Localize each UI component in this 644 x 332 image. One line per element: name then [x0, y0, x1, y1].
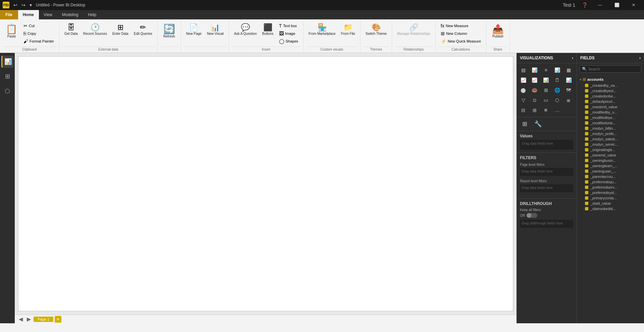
- sidebar-item-model[interactable]: ⬡: [1, 85, 13, 97]
- viz-icon-ribbon[interactable]: 🗒: [552, 75, 562, 85]
- viz-icon-100pct-bar[interactable]: ≡: [541, 65, 551, 75]
- field-item[interactable]: _owninguser_...: [577, 169, 644, 174]
- field-item[interactable]: _createdonbe...: [577, 93, 644, 99]
- report-filters-dropzone[interactable]: Drag data fields here: [520, 184, 573, 192]
- tab-help[interactable]: Help: [84, 10, 102, 19]
- viz-icon-waterfall[interactable]: 📊: [564, 75, 573, 85]
- page-nav-next[interactable]: ▶: [25, 316, 32, 322]
- viz-icon-pie[interactable]: 🍩: [530, 85, 539, 95]
- help-icon[interactable]: ❓: [580, 2, 590, 8]
- text-box-button[interactable]: T Text box: [277, 22, 301, 29]
- fields-search-box[interactable]: 🔍: [580, 65, 641, 73]
- publish-button[interactable]: 📤 Publish: [489, 22, 507, 41]
- page-nav-prev[interactable]: ◀: [17, 316, 24, 322]
- viz-icon-clustered-bar[interactable]: 📊: [530, 65, 539, 75]
- viz-icon-r-visual[interactable]: R: [541, 106, 551, 115]
- viz-icon-stacked-bar[interactable]: ▤: [519, 65, 528, 75]
- ask-question-button[interactable]: 💬 Ask A Question: [232, 22, 259, 38]
- viz-icon-table[interactable]: ⊟: [519, 106, 528, 115]
- switch-theme-button[interactable]: 🎨 Switch Theme: [363, 22, 389, 38]
- viz-icon-funnel[interactable]: ▽: [519, 95, 528, 105]
- sidebar-item-report[interactable]: 📊: [1, 56, 13, 68]
- viz-icon-stacked-col[interactable]: 📊: [552, 65, 562, 75]
- new-column-button[interactable]: ⊞ New Column: [438, 30, 483, 37]
- tab-home[interactable]: Home: [18, 10, 39, 19]
- tab-file[interactable]: File: [0, 10, 18, 19]
- field-item[interactable]: _slainvokedid...: [577, 206, 644, 211]
- field-item[interactable]: _originatingle...: [577, 147, 644, 152]
- field-item[interactable]: _modifiedby_v...: [577, 110, 644, 115]
- manage-relationships-button[interactable]: 🔗 Manage Relationships: [395, 22, 433, 38]
- field-item[interactable]: _ownerid_value: [577, 152, 644, 158]
- field-item[interactable]: _preferredequ...: [577, 179, 644, 185]
- qat-dropdown[interactable]: ▾: [28, 2, 33, 8]
- viz-icon-card[interactable]: ▭: [541, 95, 551, 105]
- viz-icon-filled-map[interactable]: 🗺: [564, 85, 573, 95]
- visualizations-expand-icon[interactable]: ›: [572, 56, 573, 60]
- field-item[interactable]: _primaryconta...: [577, 195, 644, 201]
- paste-button[interactable]: 📋 Paste: [3, 22, 20, 41]
- field-item[interactable]: _createdbyext...: [577, 88, 644, 93]
- get-data-button[interactable]: 🗄 Get Data: [62, 22, 80, 38]
- report-canvas[interactable]: [18, 56, 513, 311]
- shapes-button[interactable]: ◯ Shapes: [277, 38, 301, 45]
- add-page-button[interactable]: +: [55, 316, 61, 323]
- cut-button[interactable]: ✂ Cut: [21, 22, 56, 29]
- field-item[interactable]: _owningteam_...: [577, 163, 644, 169]
- field-item[interactable]: _parentaccou...: [577, 174, 644, 179]
- viz-icon-line-col[interactable]: 📊: [541, 75, 551, 85]
- field-item[interactable]: _msdyn_salest...: [577, 136, 644, 142]
- refresh-button[interactable]: 🔄 Refresh: [160, 22, 178, 41]
- field-item[interactable]: _owningbusin...: [577, 158, 644, 163]
- field-item[interactable]: _modifiedbye...: [577, 115, 644, 120]
- viz-icon-slicer[interactable]: ≣: [564, 95, 573, 105]
- viz-icon-scatter[interactable]: ⬤: [519, 85, 528, 95]
- minimize-button[interactable]: —: [592, 0, 608, 10]
- new-visual-button[interactable]: 📊 New Visual: [205, 22, 226, 38]
- viz-icon-line[interactable]: 📈: [519, 75, 528, 85]
- keep-filters-toggle[interactable]: [527, 213, 537, 218]
- page-tab-1[interactable]: Page 1: [34, 317, 53, 322]
- sidebar-item-data[interactable]: ⊞: [1, 70, 13, 82]
- viz-icon-area[interactable]: 📈: [530, 75, 539, 85]
- maximize-button[interactable]: ⬜: [609, 0, 625, 10]
- field-item[interactable]: _preferredsyst...: [577, 190, 644, 195]
- buttons-button[interactable]: ⬛ Buttons: [260, 22, 276, 38]
- field-item[interactable]: _msdyn_servic...: [577, 142, 644, 147]
- new-page-button[interactable]: 📄 New Page: [184, 22, 204, 38]
- tab-view[interactable]: View: [39, 10, 57, 19]
- edit-queries-button[interactable]: ✏ Edit Queries: [131, 22, 155, 38]
- field-item[interactable]: _masterid_value: [577, 104, 644, 110]
- viz-icon-map[interactable]: 🌐: [552, 85, 562, 95]
- enter-data-button[interactable]: ⊞ Enter Data: [110, 22, 131, 38]
- drillthrough-dropzone[interactable]: Drag drillthrough fields here: [520, 220, 573, 228]
- copy-button[interactable]: ⎘ Copy: [21, 30, 56, 37]
- from-file-button[interactable]: 📁 From File: [338, 22, 357, 38]
- viz-icon-clustered-col[interactable]: ▦: [564, 65, 573, 75]
- undo-button[interactable]: ↩: [12, 2, 19, 8]
- search-input[interactable]: [588, 67, 639, 71]
- viz-analytics-icon[interactable]: 🔧: [533, 119, 543, 129]
- close-button[interactable]: ✕: [626, 0, 641, 10]
- viz-icon-kpi[interactable]: ⬡: [552, 95, 562, 105]
- new-quick-measure-button[interactable]: ⚡ New Quick Measure: [438, 38, 483, 45]
- recent-sources-button[interactable]: 🕑 Recent Sources: [81, 22, 109, 38]
- viz-icon-more[interactable]: …: [552, 106, 562, 115]
- from-marketplace-button[interactable]: 🏪 From Marketplace: [306, 22, 338, 38]
- field-item[interactable]: _createdby_va...: [577, 83, 644, 88]
- viz-format-icon[interactable]: ⊞: [519, 119, 530, 129]
- viz-values-dropzone[interactable]: Drag data fields here: [520, 140, 573, 150]
- viz-icon-matrix[interactable]: ⊞: [530, 106, 539, 115]
- format-painter-button[interactable]: 🖌 Format Painter: [21, 38, 56, 45]
- field-item[interactable]: _modifiedonb...: [577, 120, 644, 126]
- image-button[interactable]: 🖼 Image: [277, 30, 301, 37]
- table-header-accounts[interactable]: ▾ ⊞ accounts: [577, 76, 644, 83]
- field-item[interactable]: _msdyn_prefe...: [577, 131, 644, 136]
- redo-button[interactable]: ↪: [20, 2, 27, 8]
- field-item[interactable]: _msdyn_billin...: [577, 126, 644, 131]
- new-measure-button[interactable]: fx New Measure: [438, 22, 483, 29]
- field-item[interactable]: _preferredserv...: [577, 185, 644, 190]
- fields-expand-icon[interactable]: ›: [639, 56, 641, 60]
- viz-icon-gauge[interactable]: ⊙: [530, 95, 539, 105]
- field-item[interactable]: _slaid_value: [577, 201, 644, 206]
